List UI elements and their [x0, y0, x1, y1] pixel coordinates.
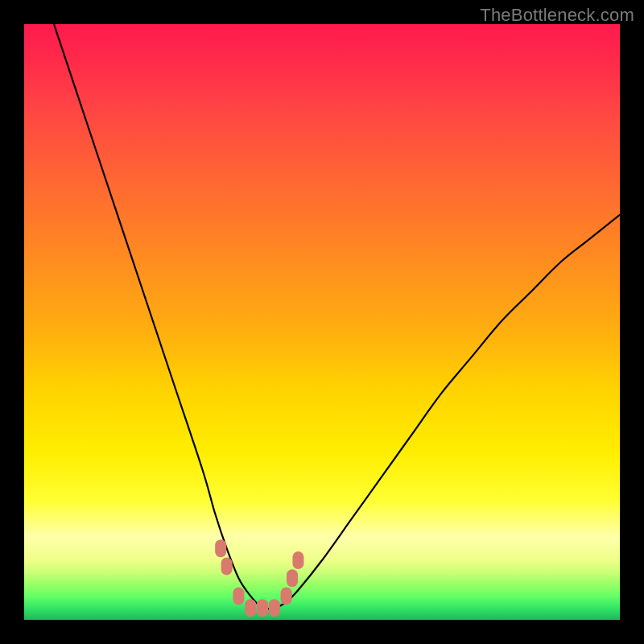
chart-svg	[24, 24, 620, 620]
optimal-marker-dot	[281, 587, 292, 605]
plot-area	[24, 24, 620, 620]
optimal-marker-dot	[233, 587, 244, 605]
optimal-marker-dot	[245, 599, 256, 617]
optimal-marker-dot	[215, 539, 226, 557]
watermark-text: TheBottleneck.com	[480, 5, 634, 26]
optimal-marker-dot	[269, 599, 280, 617]
optimal-marker-dot	[257, 599, 268, 617]
optimal-marker-dot	[221, 557, 233, 575]
optimal-marker-dot	[292, 551, 303, 569]
optimal-marker-dot	[287, 569, 298, 587]
bottleneck-curve-path	[54, 24, 620, 609]
chart-frame: TheBottleneck.com	[0, 0, 644, 644]
